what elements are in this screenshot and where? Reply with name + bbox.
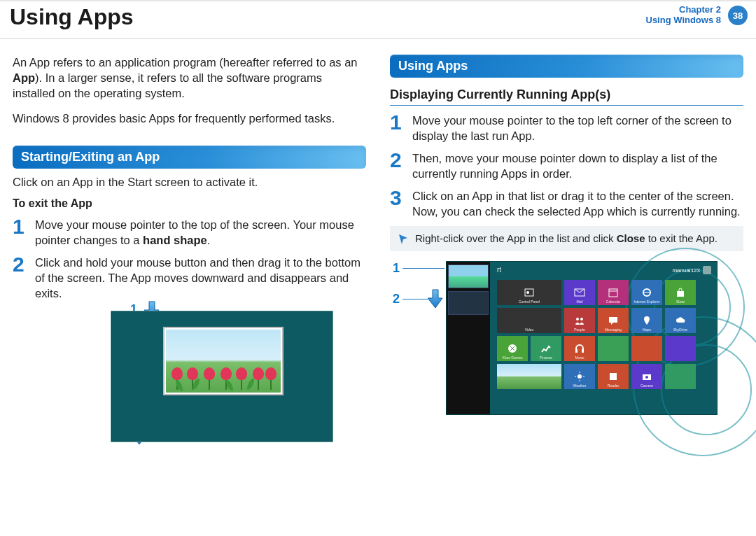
svg-point-6: [576, 318, 579, 320]
intro-paragraph-2: Windows 8 provides basic Apps for freque…: [13, 111, 366, 126]
start-tile: SkyDrive: [665, 308, 696, 333]
app-thumbnail: [448, 265, 489, 288]
start-tile: [631, 336, 662, 361]
start-tile: Messaging: [598, 308, 629, 333]
tile-grid: Control PanelMailCalendarInternet Explor…: [497, 280, 696, 389]
exit-heading: To exit the App: [13, 197, 366, 210]
start-tile: Xbox Games: [497, 336, 528, 361]
svg-rect-9: [575, 349, 578, 353]
start-tile: [665, 364, 696, 389]
step-number: 1: [13, 217, 28, 248]
start-tile: Music: [564, 336, 595, 361]
step-number: 1: [390, 113, 405, 143]
chapter-info: Chapter 2 Using Windows 8 38: [646, 4, 747, 25]
step-body: Click and hold your mouse button and the…: [35, 255, 366, 301]
page-number-badge: 38: [728, 6, 748, 25]
page-title: Using Apps: [10, 4, 134, 30]
section-bar-right: Using Apps: [390, 55, 743, 78]
tip-text: Right-click over the App in the list and…: [415, 232, 718, 246]
start-tile: Camera: [631, 364, 662, 389]
start-tile: Finance: [531, 336, 561, 361]
left-column: An App refers to an application program …: [13, 55, 366, 445]
photo-frame: [164, 328, 282, 394]
svg-rect-3: [609, 289, 617, 297]
start-tile: People: [564, 308, 595, 333]
chapter-sub: Using Windows 8: [646, 15, 722, 25]
start-tile: [665, 336, 696, 361]
start-tile: Mail: [564, 280, 595, 305]
start-tile: Maps: [631, 308, 662, 333]
svg-point-1: [526, 291, 529, 294]
exit-step-1: 1 Move your mouse pointer to the top of …: [13, 217, 366, 248]
step-body: Then, move your mouse pointer down to di…: [412, 150, 743, 181]
running-step-1: 1 Move your mouse pointer to the top lef…: [390, 113, 743, 143]
callout-2: 2: [393, 292, 400, 306]
start-tile: Control Panel: [497, 280, 561, 305]
start-tile: Reader: [598, 364, 629, 389]
svg-point-17: [645, 376, 648, 379]
step-number: 2: [13, 255, 28, 301]
tulip-photo: [166, 330, 281, 393]
svg-rect-10: [582, 349, 584, 353]
app-thumbnail: [448, 291, 489, 315]
start-tile: [598, 336, 629, 361]
step-number: 2: [390, 150, 405, 181]
app-window-preview: [111, 311, 333, 442]
svg-point-11: [578, 374, 582, 379]
page-header: Using Apps Chapter 2 Using Windows 8 38: [0, 0, 756, 39]
user-badge: manual123: [672, 266, 711, 274]
start-screen: rt manual123 Control PanelMailCalendarIn…: [446, 261, 718, 415]
callout-1: 1: [393, 261, 400, 276]
step-number: 3: [390, 188, 405, 219]
activate-line: Click on an App in the Start screen to a…: [13, 176, 366, 189]
step-body: Move your mouse pointer to the top of th…: [35, 217, 366, 248]
app-switcher-sidebar: [447, 262, 490, 414]
chapter-label: Chapter 2: [646, 4, 722, 15]
start-tile: Calendar: [598, 280, 629, 305]
intro-paragraph-1: An App refers to an application program …: [13, 55, 366, 101]
avatar-icon: [703, 266, 711, 274]
illustration-start-screen: 1 2 rt manual123: [393, 258, 719, 418]
step-body: Move your mouse pointer to the top left …: [412, 113, 743, 143]
running-step-3: 3 Click on an App in that list or drag i…: [390, 188, 743, 219]
section-bar-left: Starting/Exiting an App: [13, 146, 366, 169]
callout-line: [402, 299, 428, 299]
note-icon: [397, 233, 410, 246]
arrow-down-icon: [428, 289, 443, 309]
start-tile: Store: [665, 280, 696, 305]
step-body: Click on an App in that list or drag it …: [412, 188, 743, 219]
start-tile: Weather: [564, 364, 595, 389]
start-tile: Internet Explorer: [631, 280, 662, 305]
running-step-2: 2 Then, move your mouse pointer down to …: [390, 150, 743, 181]
exit-steps: 1 Move your mouse pointer to the top of …: [13, 217, 366, 301]
start-tile: [497, 364, 561, 389]
start-tile: Video: [497, 308, 561, 333]
illustration-exit-app: 1 2: [27, 308, 352, 445]
user-name: manual123: [672, 267, 700, 274]
svg-point-7: [580, 318, 583, 320]
right-column: Using Apps Displaying Currently Running …: [390, 55, 743, 445]
running-apps-steps: 1 Move your mouse pointer to the top lef…: [390, 113, 743, 219]
start-label: rt: [497, 266, 501, 274]
subheading-running-apps: Displaying Currently Running App(s): [390, 87, 743, 106]
exit-step-2: 2 Click and hold your mouse button and t…: [13, 255, 366, 301]
callout-line: [402, 268, 444, 269]
